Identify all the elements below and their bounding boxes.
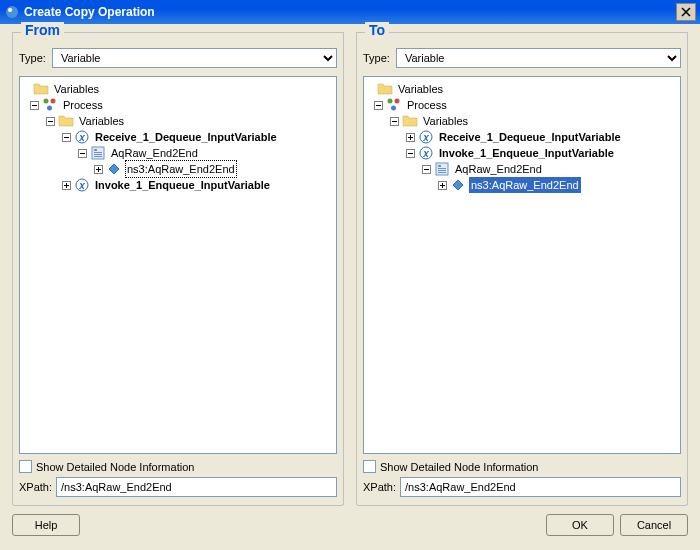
to-type-select[interactable]: Variable bbox=[396, 48, 681, 68]
expander[interactable] bbox=[62, 181, 71, 190]
expander[interactable] bbox=[422, 165, 431, 174]
from-type-select[interactable]: Variable bbox=[52, 48, 337, 68]
to-type-label: Type: bbox=[363, 52, 390, 64]
from-xpath-input[interactable] bbox=[56, 477, 337, 497]
tree-aqraw-part[interactable]: AqRaw_End2End bbox=[366, 161, 678, 177]
expander[interactable] bbox=[406, 149, 415, 158]
help-button[interactable]: Help bbox=[12, 514, 80, 536]
tree-invoke-var[interactable]: Invoke_1_Enqueue_InputVariable bbox=[366, 145, 678, 161]
element-icon bbox=[106, 161, 122, 177]
from-xpath-label: XPath: bbox=[19, 481, 52, 493]
expander[interactable] bbox=[438, 181, 447, 190]
expander[interactable] bbox=[94, 165, 103, 174]
to-show-detail-label: Show Detailed Node Information bbox=[380, 461, 538, 473]
cancel-button[interactable]: Cancel bbox=[620, 514, 688, 536]
expander[interactable] bbox=[374, 101, 383, 110]
to-xpath-input[interactable] bbox=[400, 477, 681, 497]
variable-icon bbox=[74, 129, 90, 145]
expander[interactable] bbox=[390, 117, 399, 126]
tree-process[interactable]: Process bbox=[22, 97, 334, 113]
tree-aqraw-part[interactable]: AqRaw_End2End bbox=[22, 145, 334, 161]
process-icon bbox=[42, 97, 58, 113]
tree-root-variables[interactable]: Variables bbox=[22, 81, 334, 97]
app-icon bbox=[4, 4, 20, 20]
folder-icon bbox=[58, 113, 74, 129]
folder-icon bbox=[33, 81, 49, 97]
to-xpath-label: XPath: bbox=[363, 481, 396, 493]
tree-process[interactable]: Process bbox=[366, 97, 678, 113]
expander[interactable] bbox=[406, 133, 415, 142]
expander[interactable] bbox=[78, 149, 87, 158]
from-show-detail-checkbox[interactable] bbox=[19, 460, 32, 473]
to-tree[interactable]: Variables Process Variables Receive_1_De… bbox=[363, 76, 681, 454]
footer: Help OK Cancel bbox=[0, 514, 700, 546]
tree-ns3-element[interactable]: ns3:AqRaw_End2End bbox=[366, 177, 678, 193]
from-type-label: Type: bbox=[19, 52, 46, 64]
tree-variables-inner[interactable]: Variables bbox=[22, 113, 334, 129]
expander[interactable] bbox=[62, 133, 71, 142]
tree-invoke-var[interactable]: Invoke_1_Enqueue_InputVariable bbox=[22, 177, 334, 193]
variable-icon bbox=[74, 177, 90, 193]
ok-button[interactable]: OK bbox=[546, 514, 614, 536]
from-tree[interactable]: Variables Process Variables Receive_1_De… bbox=[19, 76, 337, 454]
from-panel: From Type: Variable Variables Process Va… bbox=[12, 32, 344, 506]
tree-root-variables[interactable]: Variables bbox=[366, 81, 678, 97]
to-header: To bbox=[365, 22, 389, 38]
part-icon bbox=[90, 145, 106, 161]
part-icon bbox=[434, 161, 450, 177]
variable-icon bbox=[418, 145, 434, 161]
to-panel: To Type: Variable Variables Process Vari… bbox=[356, 32, 688, 506]
from-show-detail-label: Show Detailed Node Information bbox=[36, 461, 194, 473]
tree-ns3-element[interactable]: ns3:AqRaw_End2End bbox=[22, 161, 334, 177]
window-title: Create Copy Operation bbox=[24, 5, 676, 19]
element-icon bbox=[450, 177, 466, 193]
tree-variables-inner[interactable]: Variables bbox=[366, 113, 678, 129]
process-icon bbox=[386, 97, 402, 113]
from-header: From bbox=[21, 22, 64, 38]
folder-icon bbox=[402, 113, 418, 129]
to-show-detail-checkbox[interactable] bbox=[363, 460, 376, 473]
variable-icon bbox=[418, 129, 434, 145]
tree-receive-var[interactable]: Receive_1_Dequeue_InputVariable bbox=[22, 129, 334, 145]
titlebar: Create Copy Operation bbox=[0, 0, 700, 24]
folder-icon bbox=[377, 81, 393, 97]
expander[interactable] bbox=[30, 101, 39, 110]
close-button[interactable] bbox=[676, 3, 696, 21]
expander[interactable] bbox=[46, 117, 55, 126]
tree-receive-var[interactable]: Receive_1_Dequeue_InputVariable bbox=[366, 129, 678, 145]
